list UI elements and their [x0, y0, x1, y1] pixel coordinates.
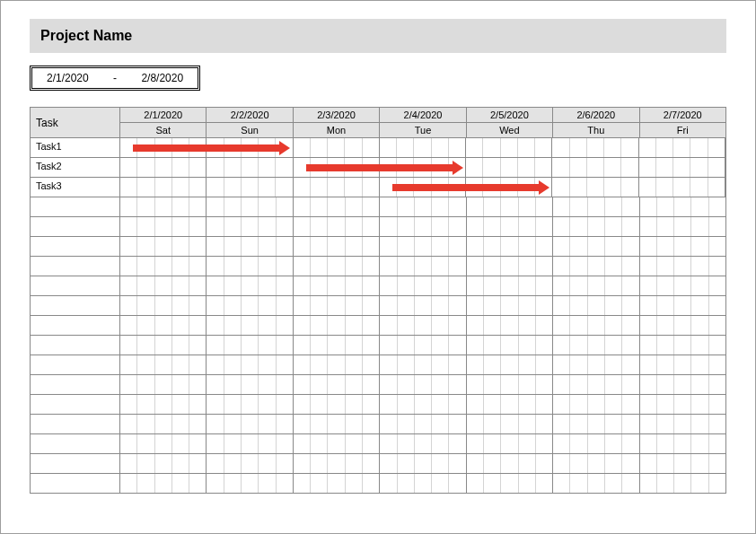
- day-cell: [552, 178, 638, 197]
- gantt-empty-row: [31, 237, 725, 257]
- task-name-cell: [31, 257, 120, 276]
- day-cell: [467, 296, 553, 315]
- day-cell: [467, 257, 553, 276]
- day-cell: [466, 158, 552, 177]
- day-dow: Mon: [294, 123, 379, 138]
- day-cell: [467, 395, 553, 414]
- day-cell: [120, 375, 207, 394]
- day-cell: [294, 316, 380, 335]
- day-dow: Sun: [207, 123, 292, 138]
- task-timeline: [120, 474, 725, 493]
- task-name-cell: [31, 217, 120, 236]
- day-cell: [467, 375, 553, 394]
- day-cell: [120, 296, 207, 315]
- day-cell: [640, 316, 725, 335]
- day-cell: [207, 355, 293, 374]
- day-cell: [467, 217, 553, 236]
- gantt-bar: [306, 164, 454, 171]
- gantt-empty-row: [31, 474, 725, 494]
- day-cell: [207, 276, 293, 295]
- day-cell: [553, 454, 639, 473]
- day-cell: [639, 158, 725, 177]
- day-cell: [294, 138, 380, 157]
- day-cell: [120, 434, 207, 453]
- day-cell: [294, 197, 380, 216]
- day-dow: Sat: [120, 123, 206, 138]
- day-col-4: 2/5/2020Wed: [467, 108, 553, 138]
- day-columns: 2/1/2020Sat2/2/2020Sun2/3/2020Mon2/4/202…: [120, 108, 725, 138]
- day-cell: [380, 336, 466, 355]
- day-cell: [120, 257, 207, 276]
- task-name-cell: [31, 454, 120, 473]
- day-cell: [207, 395, 293, 414]
- day-cell: [553, 276, 639, 295]
- day-cell: [294, 336, 380, 355]
- date-range: 2/1/2020 - 2/8/2020: [30, 66, 200, 91]
- day-cell: [120, 237, 207, 256]
- day-cell: [640, 395, 725, 414]
- day-cell: [553, 296, 639, 315]
- day-cell: [294, 454, 380, 473]
- day-cell: [380, 316, 466, 335]
- task-name-cell: [31, 197, 120, 216]
- day-cell: [380, 375, 466, 394]
- gantt-empty-row: [31, 336, 725, 355]
- day-cell: [640, 474, 725, 493]
- day-cell: [207, 454, 293, 473]
- day-cell: [294, 178, 380, 197]
- day-cell: [207, 237, 293, 256]
- day-cell: [120, 178, 207, 197]
- gantt-bar: [392, 184, 541, 191]
- day-dow: Wed: [467, 123, 552, 138]
- day-cell: [294, 375, 380, 394]
- task-timeline: [120, 434, 725, 453]
- gantt-task-row: Task2: [31, 158, 725, 178]
- task-name-cell: [31, 395, 120, 414]
- task-timeline: [120, 316, 725, 335]
- day-cell: [120, 336, 207, 355]
- day-cell: [553, 217, 639, 236]
- day-cell: [294, 355, 380, 374]
- day-cell: [120, 158, 207, 177]
- task-name-cell: [31, 375, 120, 394]
- day-cell: [467, 237, 553, 256]
- day-cell: [207, 158, 293, 177]
- day-cell: [380, 434, 466, 453]
- gantt-empty-row: [31, 434, 725, 454]
- day-cell: [120, 217, 207, 236]
- day-cell: [120, 355, 207, 374]
- day-cell: [380, 296, 466, 315]
- day-date: 2/4/2020: [380, 108, 465, 123]
- day-cell: [380, 355, 466, 374]
- day-cell: [553, 316, 639, 335]
- day-col-5: 2/6/2020Thu: [553, 108, 639, 138]
- day-cell: [467, 415, 553, 433]
- task-name-cell: [31, 415, 120, 433]
- gantt-chart: Task2/1/2020Sat2/2/2020Sun2/3/2020Mon2/4…: [30, 107, 726, 494]
- task-name-cell: [31, 296, 120, 315]
- day-cell: [640, 296, 725, 315]
- day-cell: [294, 237, 380, 256]
- day-cell: [207, 178, 293, 197]
- day-dow: Fri: [640, 123, 725, 138]
- gantt-empty-row: [31, 355, 725, 375]
- day-cell: [207, 296, 293, 315]
- task-timeline: [120, 178, 725, 197]
- day-col-1: 2/2/2020Sun: [207, 108, 293, 138]
- day-cell: [640, 336, 725, 355]
- day-cell: [466, 138, 552, 157]
- day-cell: [553, 237, 639, 256]
- day-cell: [207, 257, 293, 276]
- day-cell: [640, 434, 725, 453]
- day-cell: [294, 296, 380, 315]
- gantt-task-row: Task1: [31, 138, 725, 158]
- day-cell: [553, 375, 639, 394]
- gantt-empty-row: [31, 276, 725, 296]
- day-cell: [640, 237, 725, 256]
- day-cell: [639, 178, 725, 197]
- task-timeline: [120, 158, 725, 177]
- day-col-2: 2/3/2020Mon: [294, 108, 380, 138]
- day-date: 2/3/2020: [294, 108, 379, 123]
- day-cell: [553, 415, 639, 433]
- day-date: 2/2/2020: [207, 108, 292, 123]
